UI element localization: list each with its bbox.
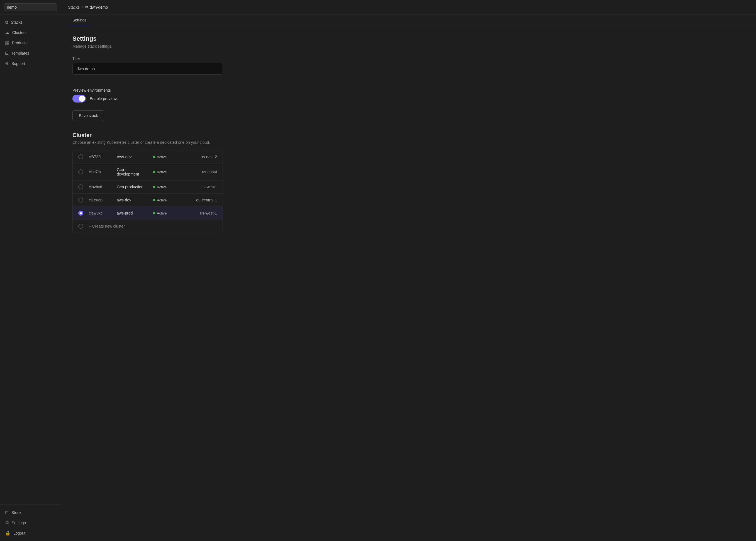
status-text: Active [157,185,167,189]
status-dot [153,212,155,214]
topbar: Stacks / ⧉ dwh-demo [61,0,756,14]
sidebar-item-label: Logout [13,531,25,535]
toggle-row: ✓ Enable previews [72,95,223,103]
cluster-row[interactable]: cl1e0apaws-devActiveeu-central-1 [73,194,222,207]
status-text: Active [157,155,167,159]
sidebar-item-logout[interactable]: 🔒 Logout [0,528,61,538]
create-new-cluster-row[interactable]: + Create new cluster [73,220,222,233]
status-badge: Active [153,211,181,215]
cluster-id: clsc7ih [89,170,111,174]
store-icon: ⊡ [5,510,9,515]
settings-content: Settings Manage stack settings. Title Pr… [61,26,234,242]
cluster-id: clsw9xe [89,211,111,215]
status-dot [153,186,155,188]
sidebar-item-support[interactable]: ⊕ Support [0,58,61,69]
status-text: Active [157,170,167,174]
cluster-row[interactable]: clpvby6Gcp-productionActiveus-west1 [73,181,222,194]
cluster-region: eu-central-1 [187,198,217,202]
create-cluster-label: + Create new cluster [89,224,217,229]
status-text: Active [157,211,167,215]
sidebar-item-label: Products [12,41,27,45]
sidebar-item-label: Stacks [11,20,23,25]
sidebar-nav: ⧉ Stacks ☁ Clusters ▦ Products ⊞ Templat… [0,14,61,504]
sidebar-item-label: Templates [11,51,29,55]
status-badge: Active [153,155,181,159]
status-text: Active [157,198,167,202]
sidebar-item-label: Settings [12,521,26,525]
sidebar-item-label: Clusters [12,30,26,35]
sidebar: demo ⧉ Stacks ☁ Clusters ▦ Products ⊞ Te… [0,0,61,541]
cluster-radio-btn[interactable] [78,198,83,203]
toggle-label: Enable previews [90,96,118,101]
cluster-id: clpvby6 [89,185,111,189]
cluster-row[interactable]: cl8722iAws-devActiveus-east-2 [73,151,222,164]
cluster-region: us-west1 [187,185,217,189]
sidebar-item-products[interactable]: ▦ Products [0,38,61,48]
workspace-selector[interactable]: demo [0,0,61,14]
cluster-radio-btn[interactable] [78,169,83,174]
sidebar-item-clusters[interactable]: ☁ Clusters [0,27,61,38]
preview-environments-label: Preview environments [72,88,223,93]
settings-icon: ⚙ [5,520,9,525]
clusters-icon: ☁ [5,30,9,35]
cluster-row[interactable]: clsw9xeaws-prodActiveus-west-1 [73,207,222,220]
title-label: Title [72,56,223,61]
breadcrumb-parent[interactable]: Stacks [68,5,80,9]
tab-settings[interactable]: Settings [68,14,91,26]
preview-environments-section: Preview environments ✓ Enable previews [72,88,223,103]
settings-section: Settings Manage stack settings. Title Pr… [72,35,223,132]
cluster-name: aws-prod [117,211,147,215]
cluster-name: aws-dev [117,198,147,202]
status-badge: Active [153,198,181,202]
cluster-row[interactable]: clsc7ihGcp-developmentActiveus-east4 [73,164,222,181]
cluster-subtitle: Choose an existing Kubernetes cluster or… [72,140,223,145]
sidebar-item-label: Support [11,61,25,66]
cluster-title: Cluster [72,132,223,139]
main-content: Stacks / ⧉ dwh-demo Settings Settings Ma… [61,0,756,541]
templates-icon: ⊞ [5,50,9,56]
breadcrumb-current: ⧉ dwh-demo [85,5,108,9]
sidebar-item-templates[interactable]: ⊞ Templates [0,48,61,58]
title-field-section: Title [72,56,223,81]
settings-title: Settings [72,35,223,42]
workspace-dropdown[interactable]: demo [4,3,57,11]
cluster-name: Gcp-production [117,185,147,189]
status-badge: Active [153,170,181,174]
stack-icon: ⧉ [85,5,88,9]
status-badge: Active [153,185,181,189]
title-input[interactable] [72,63,223,75]
tab-bar: Settings [61,14,756,26]
stacks-icon: ⧉ [5,20,8,25]
breadcrumb-separator: / [82,5,83,9]
cluster-region: us-east-2 [187,155,217,159]
sidebar-item-label: Store [11,510,21,515]
cluster-name: Gcp-development [117,168,147,176]
save-stack-button[interactable]: Save stack [72,110,104,121]
cluster-region: us-west-1 [187,211,217,215]
create-cluster-radio[interactable] [78,224,83,229]
products-icon: ▦ [5,40,9,45]
sidebar-bottom: ⊡ Store ⚙ Settings 🔒 Logout [0,504,61,541]
cluster-radio-btn[interactable] [78,211,83,216]
cluster-region: us-east4 [187,170,217,174]
cluster-name: Aws-dev [117,155,147,159]
status-dot [153,171,155,173]
sidebar-item-store[interactable]: ⊡ Store [0,507,61,518]
status-dot [153,199,155,201]
cluster-id: cl8722i [89,155,111,159]
settings-subtitle: Manage stack settings. [72,44,223,49]
support-icon: ⊕ [5,61,9,66]
breadcrumb-current-label: dwh-demo [90,5,108,9]
status-dot [153,156,155,158]
logout-icon: 🔒 [5,530,11,536]
sidebar-item-stacks[interactable]: ⧉ Stacks [0,17,61,27]
enable-previews-toggle[interactable]: ✓ [72,95,86,103]
cluster-radio-btn[interactable] [78,185,83,190]
cluster-radio-btn[interactable] [78,154,83,159]
cluster-list: cl8722iAws-devActiveus-east-2clsc7ihGcp-… [72,150,223,233]
cluster-id: cl1e0ap [89,198,111,202]
sidebar-item-settings[interactable]: ⚙ Settings [0,518,61,528]
cluster-section: Cluster Choose an existing Kubernetes cl… [72,132,223,233]
